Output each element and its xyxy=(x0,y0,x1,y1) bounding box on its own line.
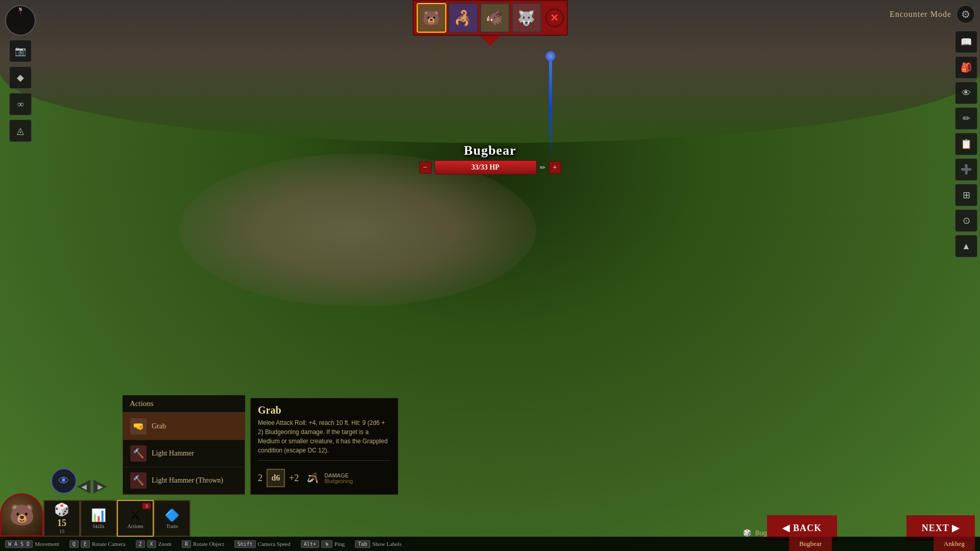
show-labels-label: Show Labels xyxy=(372,541,401,547)
grab-label: Grab xyxy=(152,422,166,430)
alt-key: Alt+ xyxy=(301,540,319,548)
hp-increase-button[interactable]: + xyxy=(549,161,561,174)
initiative-token-4[interactable]: 🐺 xyxy=(512,3,541,33)
rotate-camera-label: Rotate Camera xyxy=(92,541,126,547)
initiative-roll-icon: 🎲 xyxy=(743,529,751,537)
tooltip-description: Melee Attack Roll: +4, reach 10 ft. Hit:… xyxy=(251,418,398,460)
damage-bonus: +2 xyxy=(289,473,299,484)
add-layer-button[interactable]: ➕ xyxy=(955,158,977,181)
ring-button[interactable]: ⊙ xyxy=(955,209,977,232)
bottom-char-area: 🐻 🎲 15 10 📊 Skills ⚔ 3 Actions 🔷 Traits xyxy=(0,493,190,537)
action-item-grab[interactable]: 🤜 Grab xyxy=(123,413,245,440)
actions-header: Actions xyxy=(123,395,245,413)
skills-label: Skills xyxy=(93,523,105,529)
skills-icon: 📊 xyxy=(91,508,106,522)
damage-type-label: DAMAGE xyxy=(324,472,353,478)
damage-die: d6 xyxy=(267,469,285,487)
q-key: Q xyxy=(69,540,79,548)
initiative-token-3[interactable]: 🐗 xyxy=(480,3,510,33)
initiative-arrow xyxy=(480,36,500,46)
d20-button[interactable]: 🎲 15 10 xyxy=(43,500,80,537)
z-key: Z xyxy=(136,540,145,548)
actions-panel: Actions 🤜 Grab 🔨 Light Hammer 🔨 Light Ha… xyxy=(123,395,245,495)
actions-button[interactable]: ⚔ 3 Actions xyxy=(117,500,154,537)
ping-keys: Alt+ 🖱 Ping xyxy=(301,540,345,548)
camera-speed-keys: Shift Camera Speed xyxy=(234,540,291,548)
initiative-token-2[interactable]: 🦂 xyxy=(448,3,478,33)
pencil-button[interactable]: ✏ xyxy=(955,107,977,130)
movement-key-label: Movement xyxy=(35,541,59,547)
x-key: X xyxy=(147,540,156,548)
initiative-token-1[interactable]: 🐻 xyxy=(417,3,446,33)
top-right-controls: Encounter Mode ⚙ xyxy=(890,5,975,23)
close-initiative-button[interactable]: ✕ xyxy=(545,9,564,27)
ability-tooltip: Grab Melee Attack Roll: +4, reach 10 ft.… xyxy=(250,398,398,495)
hp-edit-icon[interactable]: ✏ xyxy=(540,163,546,172)
actions-icon: ⚔ xyxy=(130,508,141,522)
move-right-button[interactable]: ▶ xyxy=(93,480,107,494)
zoom-keys: Z X Zoom xyxy=(136,540,172,548)
tooltip-divider xyxy=(258,460,391,461)
token-button[interactable]: ◬ xyxy=(9,119,32,142)
backpack-button[interactable]: 🎒 xyxy=(955,56,977,79)
show-labels-keys: Tab Show Labels xyxy=(355,540,401,548)
light-hammer-thrown-label: Light Hammer (Thrown) xyxy=(152,476,223,485)
initiative-tokens: 🐻 🦂 🐗 🐺 ✕ xyxy=(413,0,568,36)
move-left-button[interactable]: ◀ xyxy=(77,480,91,494)
action-item-light-hammer[interactable]: 🔨 Light Hammer xyxy=(123,440,245,467)
ping-label: Ping xyxy=(334,541,345,547)
book-button[interactable]: 📖 xyxy=(955,31,977,53)
movement-keys: W A S D Movement xyxy=(5,540,59,548)
r-key: R xyxy=(182,540,191,548)
tooltip-stats: 2 d6 +2 🪃 DAMAGE Bludgeoning xyxy=(251,465,398,494)
hp-bar-container: − 33/33 HP ✏ + xyxy=(419,160,561,175)
left-toolbar: N 📷 ◆ ∞ ◬ xyxy=(5,5,36,142)
tooltip-title: Grab xyxy=(251,398,398,418)
rotate-object-label: Rotate Object xyxy=(193,541,224,547)
actions-list: 🤜 Grab 🔨 Light Hammer 🔨 Light Hammer (Th… xyxy=(123,413,245,495)
initiative-bar: 🐻 🦂 🐗 🐺 ✕ xyxy=(413,0,568,46)
camera-speed-label: Camera Speed xyxy=(258,541,291,547)
clipboard-button[interactable]: 📋 xyxy=(955,133,977,155)
character-portrait[interactable]: 🐻 xyxy=(0,493,43,537)
minimap-eye-button[interactable]: 👁 xyxy=(51,468,77,494)
wasd-key: W A S D xyxy=(5,540,33,548)
zoom-label: Zoom xyxy=(158,541,172,547)
creature-hp-area: Bugbear − 33/33 HP ✏ + xyxy=(419,143,561,175)
damage-num: 2 xyxy=(258,473,262,484)
movement-arrows: ◀ ▶ xyxy=(77,480,107,494)
traits-label: Traits xyxy=(166,523,178,529)
actions-badge: 3 xyxy=(142,503,151,509)
action-item-light-hammer-thrown[interactable]: 🔨 Light Hammer (Thrown) xyxy=(123,467,245,494)
shape-button[interactable]: ◆ xyxy=(9,66,32,89)
actions-label: Actions xyxy=(127,523,143,529)
tab-key: Tab xyxy=(355,540,370,548)
grid-button[interactable]: ⊞ xyxy=(955,184,977,206)
traits-button[interactable]: 🔷 Traits xyxy=(154,500,190,537)
damage-sub-label: Bludgeoning xyxy=(324,478,353,484)
hp-decrease-button[interactable]: − xyxy=(419,161,432,174)
bottom-entity-left-name: Bugbear xyxy=(799,540,822,548)
vision-button[interactable]: 👁 xyxy=(955,82,977,104)
d20-icon: 🎲 xyxy=(54,502,69,517)
bottom-entity-right-name: Ankheg xyxy=(944,540,965,548)
compass-north-label: N xyxy=(19,7,22,12)
mask-button[interactable]: ∞ xyxy=(9,93,32,115)
light-hammer-label: Light Hammer xyxy=(152,449,194,458)
creature-name: Bugbear xyxy=(419,143,561,158)
compass: N xyxy=(5,5,36,36)
bottom-right-entity: Ankheg xyxy=(934,537,975,551)
skills-button[interactable]: 📊 Skills xyxy=(80,500,117,537)
d20-sub-label: 10 xyxy=(59,529,64,534)
camera-button[interactable]: 📷 xyxy=(9,40,32,62)
light-hammer-icon: 🔨 xyxy=(130,445,147,462)
ping-key: 🖱 xyxy=(321,540,332,548)
damage-labels: DAMAGE Bludgeoning xyxy=(324,472,353,484)
hp-text: 33/33 HP xyxy=(435,161,536,174)
settings-button[interactable]: ⚙ xyxy=(957,5,975,23)
elevation-button[interactable]: ▲ xyxy=(955,235,977,257)
bottom-actions-row: 🎲 15 10 📊 Skills ⚔ 3 Actions 🔷 Traits xyxy=(43,500,190,537)
shift-key: Shift xyxy=(234,540,256,548)
hp-bar: 33/33 HP xyxy=(435,160,537,175)
bottom-left-entity: Bugbear xyxy=(789,537,832,551)
